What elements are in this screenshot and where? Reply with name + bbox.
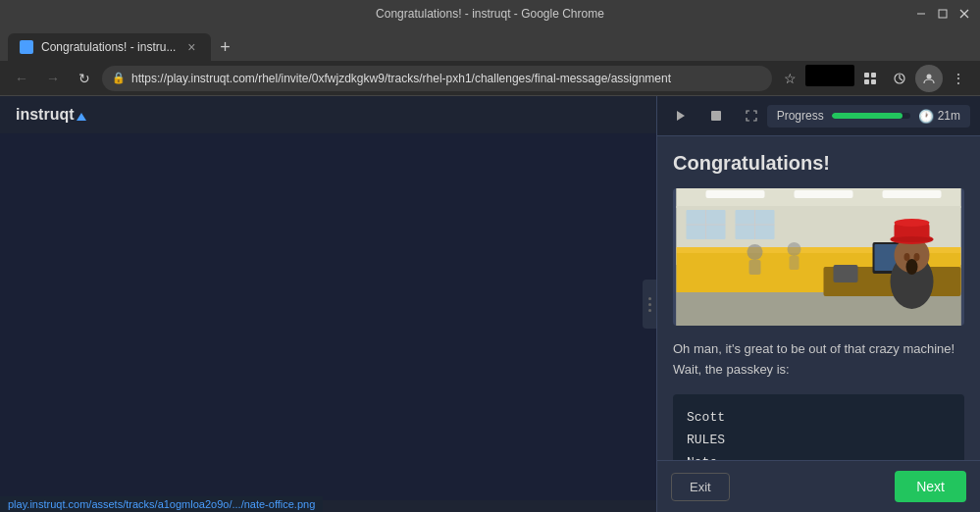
minimize-button[interactable]	[913, 6, 929, 22]
play-button[interactable]	[667, 102, 695, 129]
svg-rect-6	[864, 79, 869, 84]
clock-icon: 🕐	[918, 109, 934, 124]
stop-button[interactable]	[702, 102, 730, 129]
nav-bar: ← → ↻ 🔒 https://play.instruqt.com/rhel/i…	[0, 61, 980, 96]
status-bar: play.instruqt.com/assets/tracks/a1ogmloa…	[0, 496, 323, 512]
svg-point-37	[748, 244, 763, 260]
tab-favicon	[20, 40, 33, 54]
toolbar-left	[667, 102, 765, 129]
right-panel-toolbar: Progress 🕐 21m	[657, 96, 980, 136]
tab-bar: Congratulations! - instru... × +	[0, 27, 980, 61]
svg-point-11	[927, 74, 932, 78]
progress-label: Progress	[777, 109, 824, 123]
instruqt-header: instruqt	[0, 96, 656, 133]
left-panel: instruqt	[0, 96, 656, 512]
back-button[interactable]: ←	[8, 65, 35, 92]
svg-rect-7	[871, 79, 876, 84]
passkey-line-1: Scott	[687, 406, 951, 429]
svg-line-10	[900, 78, 903, 80]
window-controls	[913, 6, 972, 22]
new-tab-button[interactable]: +	[211, 33, 238, 61]
reload-button[interactable]: ↻	[71, 65, 98, 92]
extension-button[interactable]	[805, 65, 854, 86]
progress-time: 🕐 21m	[918, 109, 960, 124]
passkey-line-2: RULES	[687, 429, 951, 451]
svg-marker-12	[677, 111, 685, 121]
passkey-line-3: Nate	[687, 451, 951, 460]
drag-dot	[648, 303, 651, 306]
svg-rect-13	[711, 111, 721, 121]
challenge-image	[673, 188, 964, 326]
active-tab[interactable]: Congratulations! - instru... ×	[8, 33, 211, 61]
svg-point-31	[914, 253, 920, 261]
drag-dot	[648, 297, 651, 300]
progress-bar-fill	[832, 113, 903, 119]
right-content[interactable]: Congratulations!	[657, 136, 980, 460]
right-panel: Progress 🕐 21m Congratulations!	[656, 96, 980, 512]
svg-rect-38	[749, 260, 761, 275]
svg-rect-0	[917, 14, 925, 15]
svg-rect-17	[795, 190, 853, 198]
progress-container: Progress 🕐 21m	[767, 105, 970, 128]
svg-point-35	[895, 219, 930, 227]
status-url: play.instruqt.com/assets/tracks/a1ogmloa…	[8, 498, 315, 510]
drag-dots	[648, 297, 651, 312]
instruqt-logo: instruqt	[16, 106, 86, 124]
lock-icon: 🔒	[112, 72, 126, 84]
svg-rect-4	[864, 73, 869, 77]
svg-point-36	[891, 236, 934, 242]
tab-close-button[interactable]: ×	[183, 39, 199, 55]
svg-rect-27	[834, 265, 858, 282]
exit-button[interactable]: Exit	[671, 473, 730, 501]
resize-handle[interactable]	[643, 280, 656, 329]
forward-button[interactable]: →	[39, 65, 67, 92]
drag-dot	[648, 309, 651, 312]
progress-bar-background	[832, 113, 910, 119]
bookmark-button[interactable]: ☆	[776, 65, 803, 92]
svg-rect-40	[790, 256, 799, 270]
logo-mark	[77, 113, 86, 121]
close-window-button[interactable]	[956, 6, 972, 22]
svg-point-39	[788, 242, 801, 256]
svg-rect-1	[939, 10, 947, 18]
challenge-body-text: Oh man, it's great to be out of that cra…	[673, 339, 964, 381]
profile-button[interactable]	[915, 65, 943, 92]
congratulations-title: Congratulations!	[673, 152, 964, 175]
history-button[interactable]	[886, 65, 913, 92]
svg-point-32	[906, 259, 918, 275]
nav-actions: ☆ ⋮	[776, 65, 972, 92]
terminal-area[interactable]	[0, 133, 656, 500]
browser-title: Congratulations! - instruqt - Google Chr…	[376, 7, 604, 21]
svg-rect-16	[706, 190, 765, 198]
maximize-button[interactable]	[935, 6, 951, 22]
extension2-button[interactable]	[856, 65, 884, 92]
address-bar[interactable]: 🔒 https://play.instruqt.com/rhel/invite/…	[102, 66, 772, 91]
main-area: instruqt	[0, 96, 980, 512]
tab-title: Congratulations! - instru...	[41, 40, 176, 54]
url-text: https://play.instruqt.com/rhel/invite/0x…	[131, 72, 762, 85]
svg-point-30	[904, 253, 910, 261]
next-button[interactable]: Next	[895, 471, 966, 502]
passkey-box: Scott RULES Nate	[673, 394, 964, 460]
menu-button[interactable]: ⋮	[945, 65, 972, 92]
logo-text: instruqt	[16, 106, 75, 123]
svg-rect-18	[883, 190, 942, 198]
time-value: 21m	[938, 109, 960, 123]
svg-rect-5	[871, 73, 876, 77]
fullscreen-button[interactable]	[738, 102, 765, 129]
bottom-bar: Exit Next	[657, 460, 980, 512]
title-bar: Congratulations! - instruqt - Google Chr…	[0, 0, 980, 27]
